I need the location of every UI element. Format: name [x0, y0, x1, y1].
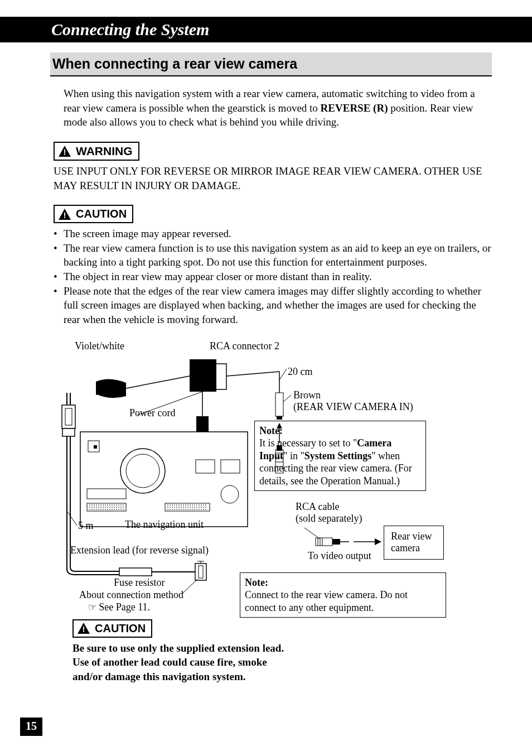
wiring-diagram: Violet/white RCA connector 2 20 cm Brown… [54, 338, 492, 678]
label-brown-text: Brown [293, 389, 321, 401]
note1-text-c: " in " [283, 450, 304, 461]
see-page-text: See Page 11. [99, 601, 150, 613]
note1-bold2: System Settings [304, 450, 372, 461]
page-number: 15 [20, 718, 42, 736]
caution-item-text: The object in rear view may appear close… [64, 269, 372, 284]
warning-text: USE INPUT ONLY FOR REVERSE OR MIRROR IMA… [54, 164, 492, 192]
rca-cable-text: RCA cable [296, 501, 340, 512]
sold-separately-text: (sold separately) [296, 513, 362, 524]
intro-text-bold: REVERSE (R) [321, 102, 388, 114]
svg-point-5 [120, 449, 165, 493]
label-rca-cable: RCA cable (sold separately) [296, 501, 385, 525]
subsection-title: When connecting a rear view camera [50, 55, 489, 73]
pointer-hand-icon: ☞ [88, 602, 99, 613]
svg-text:!: ! [64, 148, 66, 157]
svg-line-29 [67, 511, 77, 526]
svg-rect-13 [87, 503, 126, 511]
svg-rect-8 [94, 445, 97, 449]
svg-point-6 [126, 454, 159, 488]
note1-text-a: It is necessary to set to " [259, 437, 357, 449]
svg-rect-12 [87, 489, 126, 499]
label-to-video-output: To video output [308, 550, 371, 562]
label-rear-in: (REAR VIEW CAMERA IN) [293, 401, 413, 412]
section-title: Connecting the System [0, 17, 532, 42]
caution-triangle-icon: ! [58, 208, 71, 220]
svg-line-36 [182, 579, 197, 594]
svg-rect-37 [275, 393, 283, 416]
svg-line-41 [283, 395, 291, 402]
label-nav-unit: The navigation unit [125, 519, 204, 531]
label-power-cord: Power cord [129, 407, 175, 420]
rear-view-camera-text: Rear view camera [391, 531, 432, 554]
caution-item-text: The screen image may appear reversed. [64, 227, 231, 241]
caution-item-text: Please note that the edges of the rear v… [64, 284, 492, 327]
label-extension-lead: Extension lead (for reverse signal) [70, 545, 209, 557]
note2-label: Note: [245, 577, 268, 588]
svg-text:!: ! [83, 625, 85, 634]
note-box-1: Note: It is necessary to set to "Camera … [254, 421, 426, 492]
svg-rect-55 [332, 539, 340, 545]
svg-rect-30 [119, 568, 152, 576]
svg-line-50 [226, 372, 279, 376]
svg-rect-22 [196, 416, 209, 432]
subsection-bar: When connecting a rear view camera [50, 52, 492, 76]
svg-rect-4 [80, 432, 248, 527]
svg-line-57 [304, 528, 320, 539]
caution2-label: CAUTION [95, 622, 146, 635]
label-20cm: 20 cm [288, 366, 313, 378]
caution2-text: Be sure to use only the supplied extensi… [72, 641, 296, 684]
svg-rect-21 [190, 359, 216, 392]
list-item: •The rear view camera function is to use… [54, 241, 492, 269]
caution-item-text: The rear view camera function is to use … [64, 241, 492, 269]
svg-rect-28 [62, 428, 75, 436]
svg-rect-9 [196, 460, 215, 473]
svg-line-40 [279, 369, 287, 380]
caution-triangle-icon: ! [77, 622, 90, 634]
note-box-2: Note: Connect to the rear view camera. D… [240, 572, 446, 618]
svg-rect-38 [277, 416, 282, 420]
label-5m: 5 m [78, 520, 94, 532]
svg-point-11 [221, 485, 239, 503]
list-item: •The screen image may appear reversed. [54, 227, 492, 241]
warning-label: WARNING [76, 145, 133, 158]
label-violet-white: Violet/white [75, 340, 124, 353]
label-fuse-resistor: Fuse resistor [114, 577, 165, 589]
label-see-page: ☞ See Page 11. [88, 601, 150, 614]
caution-box-2: ! CAUTION [72, 619, 152, 638]
label-rca-connector: RCA connector 2 [210, 340, 279, 353]
rear-view-camera-box: Rear view camera [384, 526, 444, 560]
caution-box: ! CAUTION [54, 205, 133, 223]
svg-line-25 [126, 376, 190, 388]
warning-box: ! WARNING [54, 142, 139, 161]
intro-paragraph: When using this navigation system with a… [54, 86, 492, 129]
label-brown: Brown (REAR VIEW CAMERA IN) [293, 389, 438, 413]
label-about-connection: About connection method [79, 589, 183, 601]
warning-triangle-icon: ! [58, 145, 71, 157]
svg-text:!: ! [64, 211, 66, 220]
svg-rect-10 [221, 460, 240, 473]
svg-marker-59 [375, 538, 381, 545]
note2-text: Connect to the rear view camera. Do not … [245, 589, 408, 613]
caution-list: •The screen image may appear reversed. •… [54, 227, 492, 326]
list-item: •Please note that the edges of the rear … [54, 284, 492, 327]
caution-label: CAUTION [76, 208, 127, 220]
list-item: •The object in rear view may appear clos… [54, 269, 492, 284]
note-label: Note: [259, 425, 283, 436]
